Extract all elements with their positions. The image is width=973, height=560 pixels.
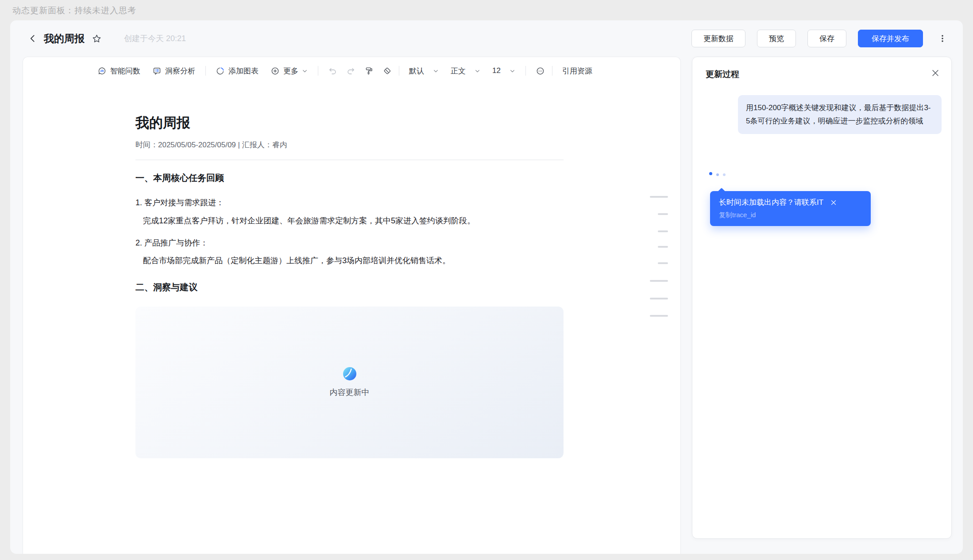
toast-close-icon[interactable] (830, 199, 838, 207)
outline-line (658, 213, 668, 215)
timeout-toast: 长时间未加载出内容？请联系IT 复制trace_id (710, 191, 871, 226)
outline-line (658, 230, 668, 232)
outline-line (650, 298, 668, 299)
outline-line (658, 262, 668, 264)
section-heading-2[interactable]: 二、洞察与建议 (135, 281, 564, 293)
user-prompt-bubble: 用150-200字概述关键发现和建议，最后基于数据提出3-5条可行的业务建议，明… (738, 95, 942, 134)
outline-line (650, 280, 668, 282)
back-icon[interactable] (28, 34, 38, 43)
document-outline-minimap[interactable] (650, 57, 668, 554)
header: 我的周报 创建于今天 20:21 更新数据 预览 保存 保存并发布 (10, 20, 963, 57)
outline-line (658, 246, 668, 248)
document-body[interactable]: 我的周报 时间：2025/05/05-2025/05/09 | 汇报人：睿内 一… (135, 57, 564, 458)
chat-bubble-bars-icon (97, 66, 107, 76)
section-heading-1[interactable]: 一、本周核心任务回顾 (135, 172, 564, 184)
save-button[interactable]: 保存 (807, 30, 846, 47)
loading-dots (709, 171, 726, 176)
panel-close-icon[interactable] (931, 68, 940, 78)
save-publish-button[interactable]: 保存并发布 (858, 30, 923, 47)
header-actions: 更新数据 预览 保存 保存并发布 (691, 30, 947, 47)
preview-button[interactable]: 预览 (757, 30, 796, 47)
document-title[interactable]: 我的周报 (135, 114, 564, 132)
list-item-2-body[interactable]: 配合市场部完成新产品（定制化主题游）上线推广，参与3场内部培训并优化销售话术。 (135, 255, 564, 266)
loading-dot (716, 173, 719, 176)
page-title: 我的周报 (44, 32, 85, 46)
loading-dot (723, 173, 726, 176)
copy-trace-id-button[interactable]: 复制trace_id (719, 211, 862, 219)
outline-line (650, 196, 668, 198)
toast-message: 长时间未加载出内容？请联系IT (719, 197, 823, 207)
content-updating-placeholder: 内容更新中 (135, 307, 564, 458)
app-window: 我的周报 创建于今天 20:21 更新数据 预览 保存 保存并发布 (10, 20, 963, 554)
content-updating-label: 内容更新中 (330, 387, 370, 398)
favorite-star-icon[interactable] (92, 34, 102, 44)
list-item-1-body[interactable]: 完成12家重点客户拜访，针对企业团建、年会旅游需求定制方案，其中5家进入签约谈判… (135, 215, 564, 226)
smart-qa-button[interactable]: 智能问数 (97, 66, 140, 76)
list-item-2-title[interactable]: 2. 产品推广与协作： (135, 238, 564, 248)
update-process-panel: 更新过程 用150-200字概述关键发现和建议，最后基于数据提出3-5条可行的业… (692, 57, 952, 539)
more-actions-icon[interactable] (938, 34, 947, 43)
ai-spinner-icon (343, 367, 356, 380)
document-meta[interactable]: 时间：2025/05/05-2025/05/09 | 汇报人：睿内 (135, 140, 564, 150)
document-divider (135, 160, 564, 160)
created-timestamp: 创建于今天 20:21 (124, 33, 186, 44)
window-caption: 动态更新面板：持续未进入思考 (12, 5, 136, 16)
panel-title: 更新过程 (706, 69, 739, 80)
cite-resource-button[interactable]: 引用资源 (562, 66, 592, 76)
editor-card: 智能问数 洞察分析 (23, 57, 681, 554)
cite-resource-label: 引用资源 (562, 66, 592, 76)
outline-line (650, 315, 668, 317)
loading-dot (709, 172, 712, 175)
toast-arrow (718, 188, 726, 196)
list-item-1-title[interactable]: 1. 客户对接与需求跟进： (135, 197, 564, 208)
update-data-button[interactable]: 更新数据 (691, 30, 745, 47)
